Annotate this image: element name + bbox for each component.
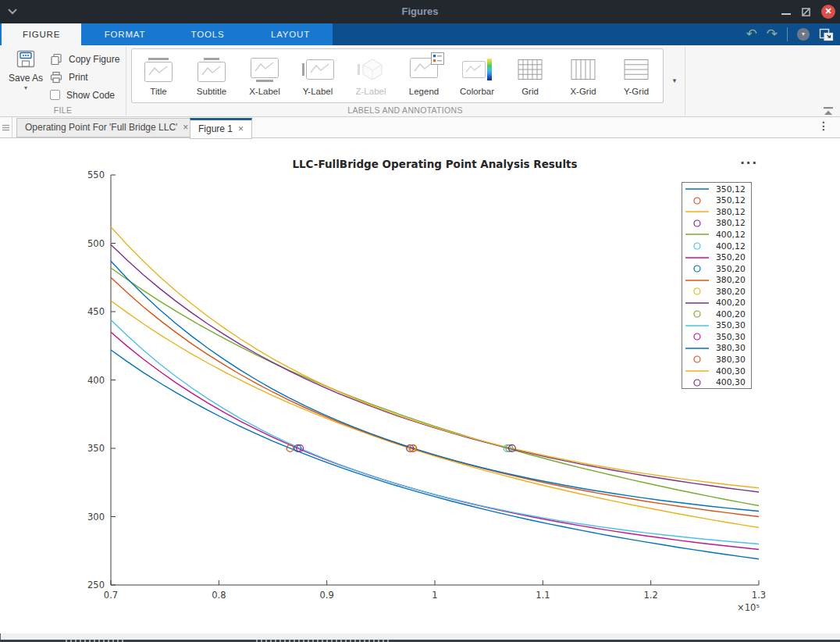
legend-entry: 400,20 bbox=[682, 309, 751, 320]
pop-out-window-icon[interactable] bbox=[819, 28, 834, 41]
colorbar-icon bbox=[462, 53, 492, 86]
save-as-label: Save As bbox=[8, 73, 44, 84]
legend-entry-label: 380,30 bbox=[716, 343, 746, 353]
ribbon-tab-tools[interactable]: TOOLS bbox=[166, 23, 249, 45]
x-tick-label: 1.1 bbox=[536, 590, 550, 601]
minimize-button[interactable] bbox=[781, 13, 791, 15]
gallery-item-grid[interactable]: Grid bbox=[504, 49, 557, 102]
legend-entry-label: 380,12 bbox=[716, 207, 746, 217]
quick-access-chevron-icon[interactable]: ▾ bbox=[797, 28, 810, 41]
collapse-ribbon-button[interactable] bbox=[821, 106, 835, 116]
series-line-380,30 bbox=[111, 261, 759, 511]
save-icon bbox=[16, 50, 37, 68]
legend-entry: 350,12 bbox=[682, 195, 751, 207]
legend-entry: 400,30 bbox=[682, 366, 751, 377]
undo-icon[interactable]: ↶ bbox=[746, 23, 757, 45]
legend-line-sample bbox=[682, 184, 712, 194]
gallery-item-label: Y-Grid bbox=[624, 87, 649, 96]
gallery-item-y-label[interactable]: Y-Label bbox=[291, 49, 344, 102]
legend-marker-sample bbox=[682, 286, 712, 297]
window-bottom-strip bbox=[0, 633, 840, 640]
legend-marker-sample bbox=[682, 218, 712, 229]
z-label-icon bbox=[355, 53, 386, 86]
axes-toolbar-ellipsis[interactable]: ... bbox=[740, 152, 758, 167]
plot-legend[interactable]: 350,12350,12380,12380,12400,12400,12350,… bbox=[682, 182, 752, 389]
subtitle-icon bbox=[198, 53, 226, 86]
print-icon bbox=[50, 71, 62, 84]
legend-entry-label: 350,12 bbox=[716, 184, 746, 194]
legend-entry-label: 400,12 bbox=[716, 230, 746, 240]
y-tick-label: 250 bbox=[87, 580, 105, 590]
labels-annotations-gallery: TitleSubtitleX-LabelY-LabelZ-LabelLegend… bbox=[131, 48, 664, 103]
gallery-item-subtitle[interactable]: Subtitle bbox=[185, 49, 238, 102]
ribbon-tab-figure[interactable]: FIGURE bbox=[2, 23, 81, 45]
save-as-dropdown-icon[interactable]: ▾ bbox=[8, 84, 44, 91]
y-grid-icon bbox=[624, 53, 649, 86]
legend-entry: 380,12 bbox=[682, 206, 751, 218]
figure-tab-label: Operating Point For 'Full Bridge LLC' bbox=[25, 122, 177, 133]
legend-line-sample bbox=[682, 252, 712, 263]
y-tick-label: 400 bbox=[87, 375, 105, 386]
series-line-380,12 bbox=[111, 301, 759, 528]
legend-entry: 400,12 bbox=[682, 241, 751, 252]
save-as-button[interactable]: Save As ▾ bbox=[8, 50, 44, 97]
tab-overflow-menu-icon[interactable]: ⋮ bbox=[818, 119, 829, 132]
series-line-380,20 bbox=[111, 277, 759, 516]
legend-entry-label: 350,20 bbox=[716, 264, 746, 274]
gallery-item-colorbar[interactable]: Colorbar bbox=[450, 49, 504, 102]
legend-entry-label: 400,20 bbox=[716, 298, 746, 308]
legend-line-sample bbox=[682, 320, 712, 331]
y-tick-label: 350 bbox=[87, 443, 105, 454]
gallery-item-legend[interactable]: Legend bbox=[397, 49, 450, 102]
figure-tab-bar: Operating Point For 'Full Bridge LLC'× F… bbox=[0, 117, 840, 138]
legend-entry-label: 350,30 bbox=[716, 320, 746, 330]
legend-entry-label: 380,12 bbox=[716, 218, 746, 228]
title-icon bbox=[144, 53, 173, 86]
redo-icon[interactable]: ↷ bbox=[767, 23, 778, 45]
legend-line-sample bbox=[682, 343, 712, 354]
figure-tab-figure-1[interactable]: Figure 1× bbox=[190, 118, 252, 139]
restore-button[interactable] bbox=[802, 8, 810, 16]
x-tick-label: 0.8 bbox=[212, 590, 226, 601]
legend-entry: 380,20 bbox=[682, 274, 751, 286]
gallery-item-label: Y-Label bbox=[303, 87, 333, 96]
legend-entry: 350,20 bbox=[682, 251, 751, 263]
gallery-item-label: X-Label bbox=[249, 87, 280, 96]
figure-tab-label: Figure 1 bbox=[198, 123, 233, 134]
copy-figure-button[interactable]: Copy Figure bbox=[50, 50, 119, 68]
legend-marker-sample bbox=[682, 309, 712, 319]
gallery-item-y-grid[interactable]: Y-Grid bbox=[610, 49, 663, 102]
window-titlebar: Figures ✕ bbox=[0, 0, 840, 23]
gallery-dropdown-icon[interactable]: ▾ bbox=[667, 73, 682, 87]
show-code-toggle[interactable]: Show Code bbox=[50, 86, 119, 104]
y-label-icon bbox=[302, 53, 334, 86]
tabbar-grip-handle[interactable] bbox=[0, 117, 12, 137]
ribbon-tab-format[interactable]: FORMAT bbox=[84, 23, 166, 45]
legend-entry-label: 350,30 bbox=[716, 332, 746, 342]
ribbon-tab-layout[interactable]: LAYOUT bbox=[249, 23, 332, 45]
ribbon-toolbar: Save As ▾ Copy Figure Print Show Code FI… bbox=[0, 45, 840, 117]
section-divider bbox=[685, 47, 685, 116]
legend-entry: 380,20 bbox=[682, 286, 751, 298]
series-line-400,30 bbox=[111, 227, 759, 488]
legend-entry: 400,12 bbox=[682, 229, 751, 241]
file-section-label: FILE bbox=[0, 105, 126, 116]
gallery-item-title[interactable]: Title bbox=[132, 49, 185, 102]
gallery-item-label: Colorbar bbox=[460, 87, 494, 96]
gallery-item-z-label: Z-Label bbox=[344, 49, 397, 102]
legend-entry: 350,30 bbox=[682, 331, 751, 343]
show-code-checkbox[interactable] bbox=[50, 90, 60, 100]
tab-close-icon[interactable]: × bbox=[183, 122, 188, 133]
x-tick-label: 0.9 bbox=[320, 590, 334, 601]
print-button[interactable]: Print bbox=[50, 68, 119, 86]
gallery-item-x-grid[interactable]: X-Grid bbox=[557, 49, 610, 102]
gallery-item-label: Legend bbox=[409, 87, 439, 96]
legend-line-sample bbox=[682, 206, 712, 217]
grid-icon bbox=[518, 53, 543, 86]
figure-tab-operating-point[interactable]: Operating Point For 'Full Bridge LLC'× bbox=[16, 118, 197, 137]
close-button[interactable]: ✕ bbox=[821, 5, 835, 19]
gallery-item-x-label[interactable]: X-Label bbox=[238, 49, 291, 102]
tab-close-icon[interactable]: × bbox=[238, 123, 244, 134]
legend-entry-label: 380,20 bbox=[716, 275, 746, 285]
y-tick-label: 450 bbox=[87, 306, 105, 317]
